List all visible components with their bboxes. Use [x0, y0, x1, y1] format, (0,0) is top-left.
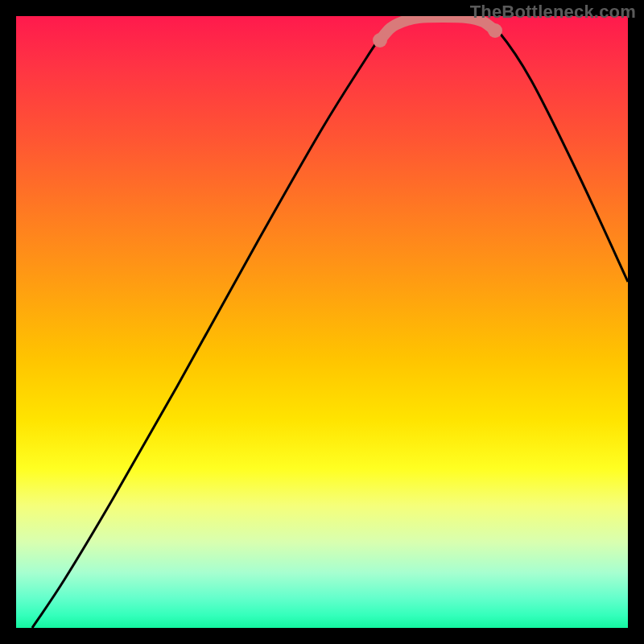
plot-area [16, 16, 628, 628]
bottleneck-curve [32, 17, 628, 628]
highlight-dot-left [373, 33, 387, 47]
highlight-dot-right [488, 23, 502, 38]
chart-frame: TheBottleneck.com [0, 0, 644, 644]
curve-svg [16, 16, 628, 628]
watermark-text: TheBottleneck.com [470, 2, 636, 23]
